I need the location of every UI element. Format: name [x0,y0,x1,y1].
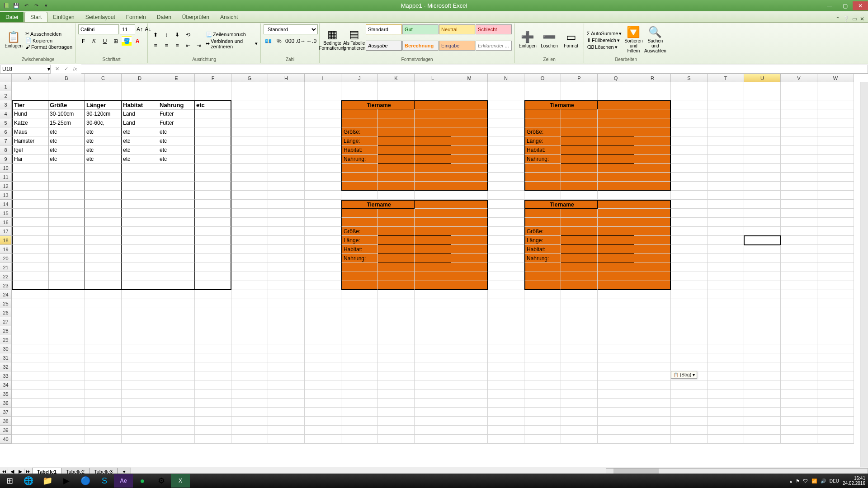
cell[interactable] [744,353,781,362]
cell[interactable] [634,173,671,182]
cell[interactable] [671,254,708,263]
cell[interactable] [708,173,744,182]
cell[interactable]: Größe: [341,227,378,236]
cell[interactable] [524,82,561,91]
cell[interactable] [781,209,817,218]
cell[interactable] [488,272,524,281]
cell[interactable] [85,317,122,326]
cell[interactable] [195,245,231,254]
cell[interactable] [817,389,854,399]
cell[interactable] [12,426,48,435]
tray-flag-icon[interactable]: ⚑ [796,479,800,483]
cell[interactable] [744,136,781,145]
cell[interactable] [231,308,268,317]
col-header[interactable]: D [122,74,158,82]
cell[interactable] [671,100,708,109]
cell[interactable] [744,254,781,263]
cell[interactable] [158,326,195,335]
cell[interactable] [488,281,524,290]
cell[interactable] [598,426,634,435]
maximize-button[interactable]: ▢ [837,1,853,10]
cell[interactable] [305,245,341,254]
cell[interactable] [268,344,305,353]
cell[interactable] [48,91,85,100]
cell[interactable] [305,371,341,380]
cell[interactable] [415,164,451,173]
cell[interactable] [817,353,854,362]
cell[interactable] [817,218,854,227]
cell[interactable] [817,164,854,173]
cell[interactable] [415,155,451,164]
save-icon[interactable]: 💾 [12,2,20,10]
row-header[interactable]: 34 [0,380,12,389]
cell[interactable] [341,272,378,281]
cell[interactable] [341,399,378,408]
cell[interactable]: 30-100cm [48,109,85,118]
cell[interactable]: Habitat: [524,245,561,254]
chrome-icon[interactable]: 🔵 [76,474,95,488]
cell[interactable] [561,109,598,118]
cell[interactable] [231,127,268,136]
cell[interactable] [231,344,268,353]
cell[interactable] [268,389,305,399]
cell[interactable] [305,380,341,389]
cell[interactable] [48,164,85,173]
row-header[interactable]: 8 [0,145,12,155]
cell[interactable] [158,380,195,389]
cell[interactable] [48,389,85,399]
cell[interactable] [634,408,671,417]
cell[interactable] [158,399,195,408]
cell[interactable] [451,399,488,408]
cell[interactable] [231,281,268,290]
col-header[interactable]: C [85,74,122,82]
cell[interactable] [488,317,524,326]
cell[interactable] [231,118,268,127]
row-header[interactable]: 40 [0,435,12,444]
col-header[interactable]: W [817,74,854,82]
cell[interactable] [231,417,268,426]
cell[interactable] [268,82,305,91]
cell[interactable] [561,371,598,380]
align-middle-icon[interactable]: ↕ [161,30,171,40]
orientation-icon[interactable]: ⟲ [183,30,193,40]
fill-button[interactable]: ⬇ Füllbereich ▾ [587,38,622,43]
cell[interactable] [268,145,305,155]
cell[interactable] [708,308,744,317]
insert-cells-button[interactable]: ➕Einfügen [518,24,538,54]
cell[interactable] [341,389,378,399]
cell[interactable] [415,236,451,245]
cell[interactable] [158,353,195,362]
indent-inc-icon[interactable]: ⇥ [194,41,204,51]
cell[interactable] [415,308,451,317]
currency-icon[interactable]: 💶 [264,36,274,46]
cell[interactable] [671,326,708,335]
cell[interactable] [561,353,598,362]
cell[interactable] [524,380,561,389]
col-header[interactable]: T [708,74,744,82]
cell[interactable] [158,191,195,200]
cell[interactable] [524,326,561,335]
cell[interactable] [598,353,634,362]
cell[interactable] [85,408,122,417]
cell[interactable] [744,344,781,353]
cell[interactable] [634,236,671,245]
cell[interactable] [85,326,122,335]
cell[interactable] [85,389,122,399]
cell[interactable] [195,399,231,408]
cell[interactable] [671,435,708,444]
cell[interactable] [817,326,854,335]
cell[interactable] [231,272,268,281]
cell[interactable] [85,426,122,435]
cell[interactable]: Habitat [122,100,158,109]
cell[interactable] [195,127,231,136]
cell[interactable] [122,164,158,173]
cell[interactable] [415,335,451,344]
cell[interactable] [671,209,708,218]
cell[interactable] [341,182,378,191]
sort-filter-button[interactable]: 🔽Sortieren und Filtern [623,24,643,54]
cell[interactable] [268,299,305,308]
cell[interactable] [708,109,744,118]
cell[interactable] [195,380,231,389]
cell[interactable] [341,335,378,344]
cell[interactable] [451,191,488,200]
